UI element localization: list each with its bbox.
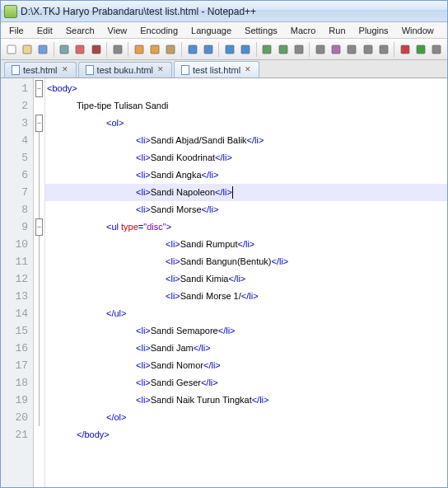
code-line-1[interactable]: <body> bbox=[45, 80, 447, 97]
menu-plugins[interactable]: Plugins bbox=[352, 24, 395, 37]
menu-view[interactable]: View bbox=[101, 24, 134, 37]
fold-cell[interactable] bbox=[34, 201, 44, 218]
fold-toggle-icon[interactable]: − bbox=[35, 218, 43, 236]
code-line-21[interactable]: </body> bbox=[45, 426, 447, 443]
close-tab-icon[interactable]: ✕ bbox=[244, 66, 252, 74]
code-line-18[interactable]: <li>Sandi Geser</li> bbox=[45, 374, 447, 392]
open-button[interactable] bbox=[20, 42, 34, 57]
new-button[interactable] bbox=[4, 42, 18, 57]
undo-button[interactable] bbox=[185, 42, 199, 57]
fold-line bbox=[39, 392, 40, 409]
save-button[interactable] bbox=[35, 42, 49, 57]
menu-macro[interactable]: Macro bbox=[284, 24, 323, 37]
code-line-19[interactable]: <li>Sandi Naik Turun Tingkat</li> bbox=[45, 392, 447, 409]
sync-button[interactable] bbox=[292, 42, 306, 57]
print-button[interactable] bbox=[110, 42, 124, 57]
copy-button[interactable] bbox=[148, 42, 162, 57]
fold-cell[interactable] bbox=[34, 167, 44, 184]
code-line-15[interactable]: <li>Sandi Semapore</li> bbox=[45, 322, 447, 340]
line-number: 21 bbox=[1, 426, 33, 443]
line-number: 18 bbox=[1, 374, 33, 392]
save-all-button[interactable] bbox=[58, 42, 72, 57]
code-line-4[interactable]: <li>Sandi Abjad/Sandi Balik</li> bbox=[45, 132, 447, 149]
fold-cell[interactable] bbox=[34, 270, 44, 288]
svg-rect-17 bbox=[316, 45, 324, 54]
replace-button[interactable] bbox=[239, 42, 253, 57]
code-line-10[interactable]: <li>Sandi Rumput</li> bbox=[45, 236, 447, 253]
paste-button[interactable] bbox=[164, 42, 178, 57]
indent-button[interactable] bbox=[345, 42, 359, 57]
fold-cell[interactable] bbox=[34, 426, 44, 443]
menu-search[interactable]: Search bbox=[59, 24, 101, 37]
tab-test-list-html[interactable]: test list.html✕ bbox=[174, 61, 259, 77]
record-button[interactable] bbox=[398, 42, 412, 57]
fold-cell[interactable] bbox=[34, 149, 44, 167]
menu-encoding[interactable]: Encoding bbox=[133, 24, 184, 37]
code-line-2[interactable]: Tipe-tipe Tulisan Sandi bbox=[45, 97, 447, 115]
fold-toggle-icon[interactable]: − bbox=[35, 115, 43, 132]
svg-rect-14 bbox=[263, 45, 271, 54]
code-line-12[interactable]: <li>Sandi Kimia</li> bbox=[45, 270, 447, 288]
line-number: 10 bbox=[1, 236, 33, 253]
zoom-in-button[interactable] bbox=[260, 42, 274, 57]
show-all-button[interactable] bbox=[329, 42, 343, 57]
unfold-button[interactable] bbox=[376, 42, 390, 57]
play-button[interactable] bbox=[414, 42, 428, 57]
fold-cell[interactable] bbox=[34, 236, 44, 253]
wrap-button[interactable] bbox=[313, 42, 327, 57]
close-tab-icon[interactable]: ✕ bbox=[61, 66, 69, 74]
fold-cell[interactable] bbox=[34, 340, 44, 357]
fold-button[interactable] bbox=[361, 42, 375, 57]
code-line-5[interactable]: <li>Sandi Koodrinat</li> bbox=[45, 149, 447, 167]
code-line-17[interactable]: <li>Sandi Nomor</li> bbox=[45, 357, 447, 374]
code-line-13[interactable]: <li>Sandi Morse 1/</li> bbox=[45, 288, 447, 305]
fold-cell[interactable] bbox=[34, 392, 44, 409]
code-line-6[interactable]: <li>Sandi Angka</li> bbox=[45, 167, 447, 184]
code-line-14[interactable]: </ul> bbox=[45, 305, 447, 322]
cut-button[interactable] bbox=[132, 42, 146, 57]
zoom-out-button[interactable] bbox=[276, 42, 290, 57]
fold-line bbox=[39, 201, 40, 218]
tab-test-html[interactable]: test.html✕ bbox=[4, 62, 77, 77]
menu-file[interactable]: File bbox=[2, 24, 30, 37]
fold-cell[interactable] bbox=[34, 253, 44, 270]
fold-cell[interactable]: − bbox=[34, 218, 44, 236]
redo-button[interactable] bbox=[201, 42, 215, 57]
menu-settings[interactable]: Settings bbox=[238, 24, 284, 37]
tab-test-buku-html[interactable]: test buku.html✕ bbox=[78, 62, 172, 77]
fold-toggle-icon[interactable]: − bbox=[35, 80, 43, 97]
fold-cell[interactable] bbox=[34, 97, 44, 115]
svg-rect-12 bbox=[226, 45, 234, 54]
menu-window[interactable]: Window bbox=[395, 24, 441, 37]
code-line-16[interactable]: <li>Sandi Jam</li> bbox=[45, 340, 447, 357]
close-tab-icon[interactable]: ✕ bbox=[156, 66, 165, 74]
menu-language[interactable]: Language bbox=[184, 24, 238, 37]
code-line-11[interactable]: <li>Sandi Bangun(Bentuk)</li> bbox=[45, 253, 447, 270]
file-icon bbox=[181, 65, 189, 75]
fold-cell[interactable] bbox=[34, 357, 44, 374]
close-all-button[interactable] bbox=[89, 42, 103, 57]
fold-cell[interactable] bbox=[34, 374, 44, 392]
code-line-20[interactable]: </ol> bbox=[45, 409, 447, 426]
macro-button[interactable] bbox=[430, 42, 444, 57]
fold-cell[interactable] bbox=[34, 132, 44, 149]
find-button[interactable] bbox=[222, 42, 236, 57]
fold-cell[interactable]: − bbox=[34, 115, 44, 132]
code-area[interactable]: <body> Tipe-tipe Tulisan Sandi <ol> <li>… bbox=[45, 78, 447, 487]
code-line-8[interactable]: <li>Sandi Morse</li> bbox=[45, 201, 447, 218]
svg-rect-0 bbox=[7, 45, 16, 54]
menu-?[interactable]: ? bbox=[441, 24, 448, 37]
fold-cell[interactable]: − bbox=[34, 80, 44, 97]
toolbar bbox=[1, 39, 447, 60]
fold-cell[interactable] bbox=[34, 288, 44, 305]
fold-cell[interactable] bbox=[34, 184, 44, 201]
fold-cell[interactable] bbox=[34, 409, 44, 426]
menu-run[interactable]: Run bbox=[322, 24, 352, 37]
fold-cell[interactable] bbox=[34, 305, 44, 322]
close-button[interactable] bbox=[73, 42, 87, 57]
menu-edit[interactable]: Edit bbox=[30, 24, 59, 37]
fold-cell[interactable] bbox=[34, 322, 44, 340]
code-line-3[interactable]: <ol> bbox=[45, 115, 447, 132]
code-line-7[interactable]: <li>Sandi Napoleon</li> bbox=[45, 184, 447, 201]
code-line-9[interactable]: <ul type="disc"> bbox=[45, 218, 447, 236]
